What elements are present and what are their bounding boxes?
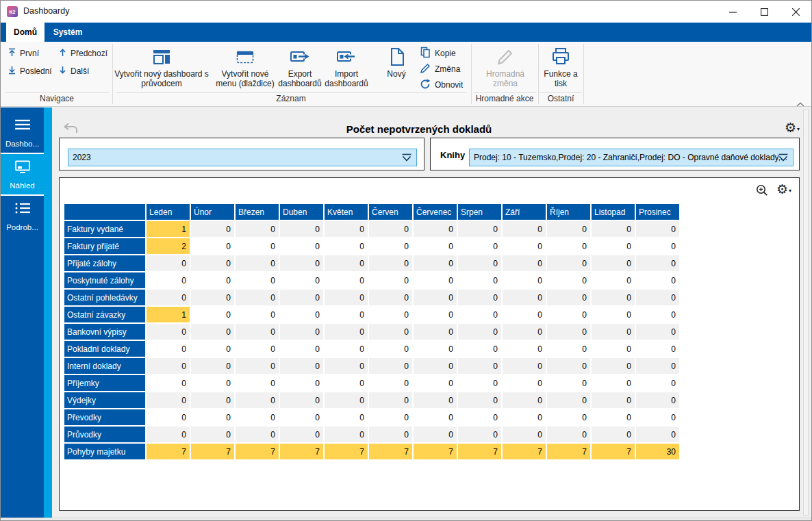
- value-cell[interactable]: 0: [369, 358, 412, 374]
- row-header[interactable]: Převodky: [64, 409, 145, 425]
- value-cell[interactable]: 0: [280, 272, 323, 288]
- value-cell[interactable]: 0: [369, 307, 412, 322]
- value-cell[interactable]: 0: [325, 427, 368, 442]
- value-cell[interactable]: 0: [147, 392, 190, 408]
- value-cell[interactable]: 0: [191, 409, 234, 425]
- value-cell[interactable]: 0: [236, 409, 279, 425]
- value-cell[interactable]: 0: [147, 409, 190, 425]
- value-cell[interactable]: 0: [369, 409, 412, 425]
- value-cell[interactable]: 0: [147, 290, 190, 305]
- column-header[interactable]: Leden: [147, 204, 190, 220]
- value-cell[interactable]: 0: [458, 307, 501, 322]
- minimize-button[interactable]: [717, 1, 748, 23]
- value-cell[interactable]: 0: [147, 272, 190, 288]
- maximize-button[interactable]: [748, 1, 780, 23]
- value-cell[interactable]: 0: [503, 341, 546, 357]
- value-cell[interactable]: 0: [592, 392, 635, 408]
- value-cell[interactable]: 0: [280, 409, 323, 425]
- value-cell[interactable]: 0: [636, 307, 679, 322]
- value-cell[interactable]: 0: [325, 392, 368, 408]
- row-header[interactable]: Faktury vydané: [64, 221, 145, 237]
- value-cell[interactable]: 0: [503, 238, 546, 254]
- value-cell[interactable]: 7: [547, 444, 590, 459]
- sidebar-item-nahled[interactable]: Náhled: [1, 154, 52, 194]
- row-header[interactable]: Bankovní výpisy: [64, 324, 145, 340]
- value-cell[interactable]: 0: [191, 392, 234, 408]
- value-cell[interactable]: 0: [325, 221, 368, 237]
- value-cell[interactable]: 0: [458, 290, 501, 305]
- value-cell[interactable]: 0: [547, 238, 590, 254]
- change-button[interactable]: Změna: [420, 63, 460, 75]
- row-header[interactable]: Faktury přijaté: [64, 238, 145, 254]
- column-header[interactable]: Únor: [191, 204, 234, 220]
- value-cell[interactable]: 0: [414, 255, 457, 271]
- value-cell[interactable]: 0: [325, 255, 368, 271]
- value-cell[interactable]: 0: [414, 375, 457, 391]
- value-cell[interactable]: 0: [236, 375, 279, 391]
- value-cell[interactable]: 0: [414, 272, 457, 288]
- value-cell[interactable]: 0: [503, 375, 546, 391]
- value-cell[interactable]: 0: [325, 324, 368, 340]
- value-cell[interactable]: 7: [325, 444, 368, 459]
- value-cell[interactable]: 0: [592, 255, 635, 271]
- value-cell[interactable]: 0: [547, 307, 590, 322]
- value-cell[interactable]: 0: [147, 341, 190, 357]
- value-cell[interactable]: 0: [236, 238, 279, 254]
- value-cell[interactable]: 0: [636, 427, 679, 442]
- value-cell[interactable]: 7: [280, 444, 323, 459]
- value-cell[interactable]: 0: [636, 290, 679, 305]
- value-cell[interactable]: 0: [191, 307, 234, 322]
- value-cell[interactable]: 0: [280, 290, 323, 305]
- value-cell[interactable]: 7: [414, 444, 457, 459]
- value-cell[interactable]: 0: [236, 341, 279, 357]
- value-cell[interactable]: 0: [503, 358, 546, 374]
- value-cell[interactable]: 0: [369, 238, 412, 254]
- value-cell[interactable]: 0: [592, 238, 635, 254]
- value-cell[interactable]: 0: [547, 290, 590, 305]
- value-cell[interactable]: 0: [236, 427, 279, 442]
- value-cell[interactable]: 0: [592, 272, 635, 288]
- last-button[interactable]: Poslední: [8, 65, 52, 77]
- sidebar-item-podrobnosti[interactable]: Podrob...: [1, 196, 44, 236]
- value-cell[interactable]: 0: [458, 427, 501, 442]
- value-cell[interactable]: 0: [191, 375, 234, 391]
- value-cell[interactable]: 0: [147, 375, 190, 391]
- value-cell[interactable]: 0: [547, 427, 590, 442]
- value-cell[interactable]: 0: [147, 324, 190, 340]
- value-cell[interactable]: 0: [547, 358, 590, 374]
- value-cell[interactable]: 0: [414, 409, 457, 425]
- row-header[interactable]: Přijaté zálohy: [64, 255, 145, 271]
- value-cell[interactable]: 0: [147, 427, 190, 442]
- value-cell[interactable]: 0: [458, 272, 501, 288]
- value-cell[interactable]: 0: [547, 255, 590, 271]
- value-cell[interactable]: 0: [369, 290, 412, 305]
- value-cell[interactable]: 0: [458, 375, 501, 391]
- value-cell[interactable]: 0: [503, 272, 546, 288]
- value-cell[interactable]: 0: [636, 324, 679, 340]
- export-dashboards-button[interactable]: Export dashboardů: [276, 45, 324, 92]
- value-cell[interactable]: 0: [191, 358, 234, 374]
- import-dashboards-button[interactable]: Import dashboardů: [322, 45, 370, 92]
- close-button[interactable]: [780, 1, 811, 23]
- value-cell[interactable]: 0: [503, 290, 546, 305]
- value-cell[interactable]: 0: [191, 238, 234, 254]
- value-cell[interactable]: 0: [636, 375, 679, 391]
- value-cell[interactable]: 0: [191, 255, 234, 271]
- column-header[interactable]: Červen: [369, 204, 412, 220]
- value-cell[interactable]: 0: [547, 221, 590, 237]
- row-header[interactable]: Pohyby majetku: [64, 444, 145, 459]
- value-cell[interactable]: 0: [636, 255, 679, 271]
- value-cell[interactable]: 0: [592, 375, 635, 391]
- value-cell[interactable]: 0: [369, 341, 412, 357]
- new-button[interactable]: Nový: [376, 45, 417, 92]
- row-header[interactable]: Výdejky: [64, 392, 145, 408]
- value-cell[interactable]: 0: [458, 409, 501, 425]
- value-cell[interactable]: 0: [414, 427, 457, 442]
- value-cell[interactable]: 0: [592, 358, 635, 374]
- value-cell[interactable]: 0: [325, 409, 368, 425]
- column-header[interactable]: Říjen: [547, 204, 590, 220]
- value-cell[interactable]: 0: [280, 307, 323, 322]
- value-cell[interactable]: 0: [147, 255, 190, 271]
- tab-system[interactable]: Systém: [46, 23, 90, 42]
- row-header[interactable]: Příjemky: [64, 375, 145, 391]
